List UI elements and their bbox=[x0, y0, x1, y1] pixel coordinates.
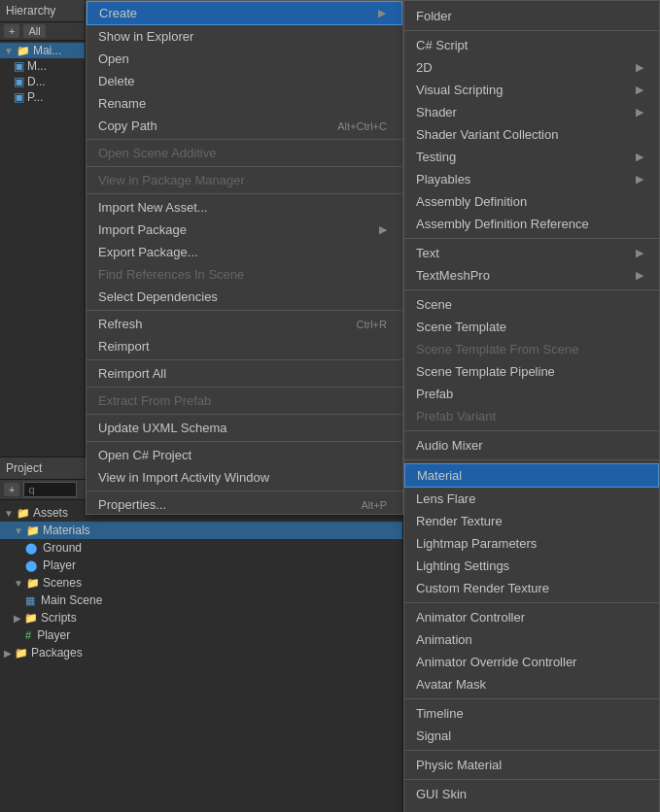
submenu-label: Avatar Mask bbox=[416, 677, 486, 692]
submenu-item-shader-variant[interactable]: Shader Variant Collection bbox=[404, 123, 659, 146]
submenu-label: Lighting Settings bbox=[416, 558, 509, 573]
menu-label: Reimport bbox=[98, 339, 150, 354]
project-item-ground[interactable]: ⬤ Ground bbox=[0, 539, 402, 557]
menu-item-view-import-activity[interactable]: View in Import Activity Window bbox=[87, 466, 402, 489]
submenu-item-2d[interactable]: 2D ▶ bbox=[404, 56, 659, 79]
tree-item-d[interactable]: ▣ D... bbox=[0, 74, 85, 89]
menu-item-open[interactable]: Open bbox=[87, 48, 402, 70]
tree-item-label: M... bbox=[27, 59, 47, 73]
menu-item-reimport-all[interactable]: Reimport All bbox=[87, 362, 402, 385]
menu-item-show-explorer[interactable]: Show in Explorer bbox=[87, 25, 402, 48]
project-item-label: Main Scene bbox=[41, 593, 102, 607]
submenu-arrow: ▶ bbox=[636, 247, 643, 259]
separator bbox=[87, 441, 402, 442]
menu-item-open-csharp[interactable]: Open C# Project bbox=[87, 444, 402, 466]
submenu-item-lighting-settings[interactable]: Lighting Settings bbox=[404, 555, 659, 577]
project-item-scenes[interactable]: ▼ 📁 Scenes bbox=[0, 574, 402, 592]
menu-label: Import Package bbox=[98, 222, 187, 237]
tree-arrow: ▶ bbox=[14, 613, 21, 624]
menu-item-find-references: Find References In Scene bbox=[87, 263, 402, 286]
submenu-item-prefab[interactable]: Prefab bbox=[404, 383, 659, 405]
submenu-item-text[interactable]: Text ▶ bbox=[404, 242, 659, 264]
submenu-arrow: ▶ bbox=[378, 7, 386, 19]
submenu-label: Physic Material bbox=[416, 758, 502, 772]
submenu-item-physic-material[interactable]: Physic Material bbox=[404, 754, 659, 776]
menu-label: Open C# Project bbox=[98, 448, 191, 462]
submenu-item-playables[interactable]: Playables ▶ bbox=[404, 168, 659, 190]
submenu-item-audio-mixer[interactable]: Audio Mixer bbox=[404, 434, 659, 457]
submenu-item-shader[interactable]: Shader ▶ bbox=[404, 101, 659, 123]
shortcut-properties: Alt+P bbox=[361, 499, 387, 511]
submenu-item-material[interactable]: Material bbox=[404, 463, 659, 488]
submenu-label: Lightmap Parameters bbox=[416, 536, 537, 551]
submenu-item-visual-scripting[interactable]: Visual Scripting ▶ bbox=[404, 79, 659, 101]
tree-item-p[interactable]: ▣ P... bbox=[0, 89, 85, 105]
project-item-scripts[interactable]: ▶ 📁 Scripts bbox=[0, 609, 402, 626]
menu-item-import-package[interactable]: Import Package ▶ bbox=[87, 219, 402, 241]
submenu-arrow: ▶ bbox=[636, 151, 643, 163]
menu-item-export-package[interactable]: Export Package... bbox=[87, 241, 402, 263]
sphere-icon: ⬤ bbox=[25, 559, 37, 572]
submenu-label: TextMeshPro bbox=[416, 268, 490, 283]
shortcut-refresh: Ctrl+R bbox=[357, 319, 387, 330]
submenu-item-lightmap-parameters[interactable]: Lightmap Parameters bbox=[404, 532, 659, 555]
submenu-item-lens-flare[interactable]: Lens Flare bbox=[404, 488, 659, 510]
menu-item-select-dependencies[interactable]: Select Dependencies bbox=[87, 286, 402, 308]
submenu-item-signal[interactable]: Signal bbox=[404, 725, 659, 747]
menu-item-create[interactable]: Create ▶ bbox=[87, 1, 402, 25]
submenu-item-avatar-mask[interactable]: Avatar Mask bbox=[404, 673, 659, 695]
project-search-input[interactable] bbox=[23, 482, 77, 497]
submenu-item-custom-render-texture[interactable]: Custom Render Texture bbox=[404, 577, 659, 599]
submenu-item-custom-font[interactable]: Custom Font bbox=[404, 805, 659, 812]
submenu-item-timeline[interactable]: Timeline bbox=[404, 702, 659, 725]
submenu-item-animator-controller[interactable]: Animator Controller bbox=[404, 606, 659, 628]
submenu-item-animator-override[interactable]: Animator Override Controller bbox=[404, 651, 659, 673]
menu-item-rename[interactable]: Rename bbox=[87, 92, 402, 115]
separator bbox=[87, 166, 402, 167]
project-item-packages[interactable]: ▶ 📁 Packages bbox=[0, 644, 402, 661]
submenu-item-assembly-definition-ref[interactable]: Assembly Definition Reference bbox=[404, 213, 659, 235]
submenu-item-scene-template-pipeline[interactable]: Scene Template Pipeline bbox=[404, 360, 659, 383]
menu-label: View in Package Manager bbox=[98, 173, 245, 187]
menu-item-extract-prefab: Extract From Prefab bbox=[87, 389, 402, 412]
menu-item-properties[interactable]: Properties... Alt+P bbox=[87, 493, 402, 516]
submenu-label: Testing bbox=[416, 150, 456, 164]
separator bbox=[404, 289, 659, 290]
menu-item-open-scene-additive: Open Scene Additive bbox=[87, 142, 402, 164]
menu-label: Show in Explorer bbox=[98, 29, 193, 44]
submenu-item-csharp-script[interactable]: C# Script bbox=[404, 34, 659, 56]
menu-item-update-uxml[interactable]: Update UXML Schema bbox=[87, 417, 402, 439]
submenu-item-folder[interactable]: Folder bbox=[404, 5, 659, 27]
submenu-label: Assembly Definition bbox=[416, 194, 527, 209]
submenu-item-assembly-definition[interactable]: Assembly Definition bbox=[404, 190, 659, 213]
hierarchy-all-btn[interactable]: All bbox=[23, 24, 45, 38]
project-item-player-mat[interactable]: ⬤ Player bbox=[0, 557, 402, 574]
project-item-main-scene[interactable]: ▦ Main Scene bbox=[0, 592, 402, 609]
submenu-item-textmeshpro[interactable]: TextMeshPro ▶ bbox=[404, 264, 659, 287]
tree-item-main[interactable]: ▼ 📁 Mai... bbox=[0, 43, 85, 58]
tree-item-m[interactable]: ▣ M... bbox=[0, 58, 85, 74]
menu-label: Select Dependencies bbox=[98, 289, 218, 304]
hierarchy-plus-btn[interactable]: + bbox=[4, 24, 19, 38]
submenu-item-scene-template[interactable]: Scene Template bbox=[404, 316, 659, 338]
submenu-item-testing[interactable]: Testing ▶ bbox=[404, 146, 659, 168]
menu-item-import-new-asset[interactable]: Import New Asset... bbox=[87, 196, 402, 219]
submenu-item-animation[interactable]: Animation bbox=[404, 628, 659, 651]
menu-item-delete[interactable]: Delete bbox=[87, 70, 402, 92]
menu-item-view-package-manager: View in Package Manager bbox=[87, 169, 402, 191]
submenu-arrow: ▶ bbox=[636, 106, 643, 118]
separator bbox=[87, 139, 402, 140]
menu-label: View in Import Activity Window bbox=[98, 470, 269, 485]
menu-item-reimport[interactable]: Reimport bbox=[87, 335, 402, 357]
submenu-arrow: ▶ bbox=[636, 173, 643, 186]
submenu-item-render-texture[interactable]: Render Texture bbox=[404, 510, 659, 532]
submenu-item-gui-skin[interactable]: GUI Skin bbox=[404, 783, 659, 805]
project-item-label: Ground bbox=[43, 541, 82, 555]
submenu-item-scene[interactable]: Scene bbox=[404, 293, 659, 316]
menu-item-copy-path[interactable]: Copy Path Alt+Ctrl+C bbox=[87, 115, 402, 137]
menu-item-refresh[interactable]: Refresh Ctrl+R bbox=[87, 313, 402, 335]
project-item-player-script[interactable]: # Player bbox=[0, 626, 402, 644]
project-plus-btn[interactable]: + bbox=[4, 483, 19, 496]
project-item-materials[interactable]: ▼ 📁 Materials bbox=[0, 522, 402, 539]
submenu-arrow: ▶ bbox=[636, 84, 643, 96]
